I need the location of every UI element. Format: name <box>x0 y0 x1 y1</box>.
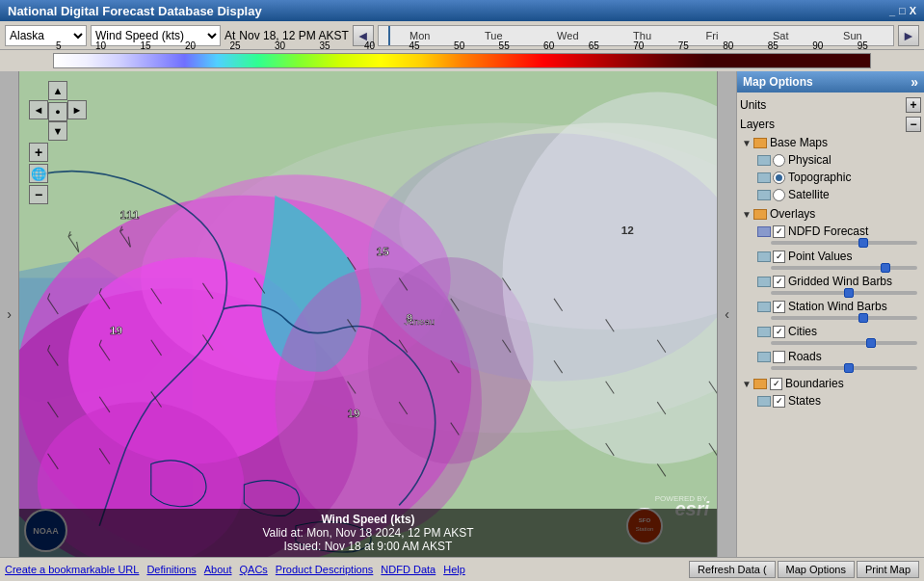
svg-text:15: 15 <box>377 245 390 257</box>
refresh-data-button[interactable]: Refresh Data ( <box>689 561 776 578</box>
collapse-left-button[interactable]: › <box>0 71 19 557</box>
valid-line: Valid at: Mon, Nov 18 2024, 12 PM AKST <box>23 526 713 540</box>
ndfd-data-link[interactable]: NDFD Data <box>381 564 436 575</box>
definitions-link[interactable]: Definitions <box>146 564 196 575</box>
map-options-button[interactable]: Map Options <box>778 561 855 578</box>
main-area: › <box>0 71 924 557</box>
minimize-button[interactable]: _ <box>889 5 895 16</box>
roads-checkbox[interactable] <box>773 351 785 363</box>
roads-layer-icon <box>757 352 771 362</box>
pan-left-button[interactable]: ◄ <box>29 100 48 119</box>
roads-slider[interactable] <box>771 366 917 370</box>
overlays-item[interactable]: ▼ Overlays <box>740 205 921 223</box>
print-map-button[interactable]: Print Map <box>857 561 919 578</box>
boundaries-checkbox[interactable]: ✓ <box>770 378 782 390</box>
status-links: Create a bookmarkable URL Definitions Ab… <box>5 564 465 575</box>
roads-slider-row <box>740 365 921 373</box>
boundaries-item[interactable]: ▼ ✓ Boundaries <box>740 375 921 392</box>
ndfd-slider-row <box>740 240 921 248</box>
ndfd-slider[interactable] <box>771 241 917 245</box>
cities-checkbox[interactable]: ✓ <box>773 326 785 338</box>
units-row: Units + <box>740 95 921 115</box>
states-layer-icon <box>757 396 771 407</box>
collapse-right-button[interactable]: ‹ <box>717 71 736 557</box>
overlays-folder-icon <box>753 209 767 220</box>
topographic-label: Topographic <box>788 171 851 184</box>
station-wind-barbs-item[interactable]: ✓ Station Wind Barbs <box>753 298 921 315</box>
about-link[interactable]: About <box>204 564 232 575</box>
panel-content: Units + Layers − ▼ Base Maps Physical <box>737 92 924 557</box>
product-desc-link[interactable]: Product Descriptions <box>276 564 374 575</box>
swb-checkbox[interactable]: ✓ <box>773 301 785 313</box>
physical-label: Physical <box>788 153 832 167</box>
globe-button[interactable]: 🌐 <box>29 164 48 183</box>
zoom-out-button[interactable]: − <box>29 185 48 204</box>
svg-text:19: 19 <box>348 407 361 419</box>
cities-layer-icon <box>757 327 771 337</box>
satellite-label: Satellite <box>788 188 830 201</box>
next-time-button[interactable]: ► <box>898 25 919 46</box>
pan-right-button[interactable]: ► <box>67 100 87 119</box>
layers-remove-button[interactable]: − <box>906 117 921 132</box>
gwb-checkbox[interactable]: ✓ <box>773 276 785 288</box>
gwb-layer-icon <box>757 277 771 287</box>
svg-text:12: 12 <box>621 224 635 236</box>
topographic-radio[interactable] <box>773 172 785 184</box>
roads-item[interactable]: Roads <box>753 348 921 365</box>
svg-text:111: 111 <box>120 208 140 221</box>
svg-text:19: 19 <box>110 324 123 336</box>
cities-item[interactable]: ✓ Cities <box>753 323 921 340</box>
swb-slider[interactable] <box>771 316 917 320</box>
topographic-item[interactable]: Topographic <box>753 169 921 186</box>
swb-slider-row <box>740 315 921 323</box>
satellite-radio[interactable] <box>773 189 785 201</box>
gridded-wind-barbs-item[interactable]: ✓ Gridded Wind Barbs <box>753 273 921 290</box>
status-bar: Create a bookmarkable URL Definitions Ab… <box>0 557 924 581</box>
point-values-checkbox[interactable]: ✓ <box>773 251 785 263</box>
app-title: National Digital Forecast Database Displ… <box>8 4 262 18</box>
satellite-item[interactable]: Satellite <box>753 186 921 203</box>
physical-layer-icon <box>757 155 771 166</box>
help-link[interactable]: Help <box>443 564 465 575</box>
map-area[interactable]: 111 19 19 19 9 15 12 Juneau ▲ ◄ ● ► <box>19 71 717 557</box>
units-add-button[interactable]: + <box>906 97 921 113</box>
day-mon: Mon <box>409 30 430 41</box>
topographic-layer-icon <box>757 172 771 183</box>
pan-home-button[interactable]: ● <box>48 102 67 121</box>
boundaries-collapse-icon[interactable]: ▼ <box>742 379 752 388</box>
states-checkbox[interactable]: ✓ <box>773 395 785 408</box>
gwb-slider-row <box>740 290 921 298</box>
pv-slider[interactable] <box>771 266 917 270</box>
qacs-link[interactable]: QACs <box>240 564 268 575</box>
layers-label: Layers <box>740 118 906 131</box>
ndfd-forecast-label: NDFD Forecast <box>788 224 868 238</box>
right-panel: Map Options » Units + Layers − ▼ Base Ma… <box>736 71 924 557</box>
overlays-collapse-icon[interactable]: ▼ <box>742 209 752 219</box>
title-bar: National Digital Forecast Database Displ… <box>0 0 924 21</box>
day-fri: Fri <box>706 30 719 41</box>
point-values-item[interactable]: ✓ Point Values <box>753 248 921 265</box>
close-button[interactable]: X <box>910 5 916 16</box>
pan-down-button[interactable]: ▼ <box>48 121 67 141</box>
states-item[interactable]: ✓ States <box>753 392 921 409</box>
cities-label: Cities <box>788 325 817 338</box>
panel-collapse-button[interactable]: » <box>911 74 918 90</box>
swb-layer-icon <box>757 302 771 312</box>
ndfd-forecast-item[interactable]: ✓ NDFD Forecast <box>753 223 921 240</box>
svg-text:Juneau: Juneau <box>405 316 436 327</box>
cities-slider-row <box>740 340 921 348</box>
pan-up-button[interactable]: ▲ <box>48 81 67 100</box>
gridded-wind-barbs-label: Gridded Wind Barbs <box>788 275 892 288</box>
zoom-in-button[interactable]: + <box>29 143 48 162</box>
bookmark-link[interactable]: Create a bookmarkable URL <box>5 564 139 575</box>
base-maps-item[interactable]: ▼ Base Maps <box>740 134 921 151</box>
physical-radio[interactable] <box>773 154 785 167</box>
physical-item[interactable]: Physical <box>753 151 921 169</box>
gwb-slider[interactable] <box>771 291 917 295</box>
ndfd-checkbox[interactable]: ✓ <box>773 225 785 238</box>
maximize-button[interactable]: □ <box>899 5 906 16</box>
base-maps-label: Base Maps <box>770 136 828 149</box>
pv-slider-row <box>740 265 921 273</box>
cities-slider[interactable] <box>771 341 917 345</box>
base-maps-collapse-icon[interactable]: ▼ <box>742 138 752 147</box>
